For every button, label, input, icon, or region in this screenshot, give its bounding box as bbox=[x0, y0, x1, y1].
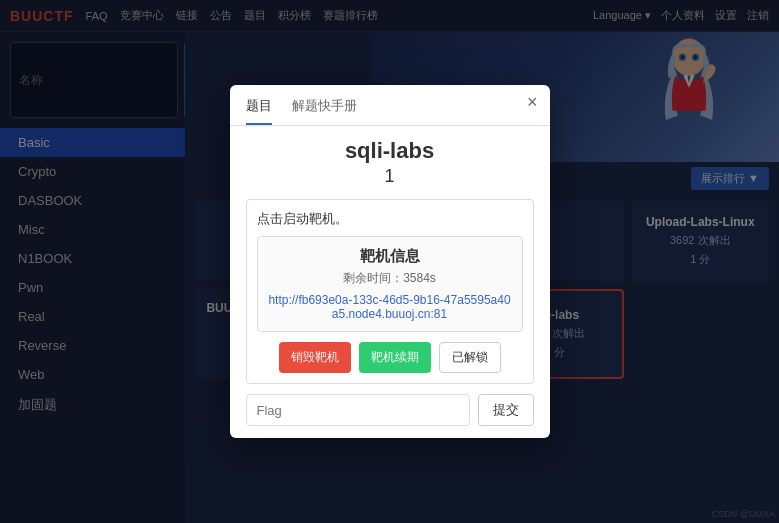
machine-info-box: 靶机信息 剩余时间：3584s http://fb693e0a-133c-46d… bbox=[257, 236, 523, 332]
modal: × 题目 解题快手册 sqli-labs 1 点击启动靶机。 靶机信息 剩余时间… bbox=[230, 85, 550, 438]
modal-tabs: 题目 解题快手册 bbox=[230, 85, 550, 126]
machine-buttons: 销毁靶机 靶机续期 已解锁 bbox=[257, 342, 523, 373]
extend-button[interactable]: 靶机续期 bbox=[359, 342, 431, 373]
modal-problem-subtitle: 1 bbox=[246, 166, 534, 187]
destroy-button[interactable]: 销毁靶机 bbox=[279, 342, 351, 373]
modal-tab-problem[interactable]: 题目 bbox=[246, 97, 272, 125]
machine-info-title: 靶机信息 bbox=[268, 247, 512, 266]
flag-input[interactable] bbox=[246, 394, 470, 426]
machine-timer: 剩余时间：3584s bbox=[268, 270, 512, 287]
submit-button[interactable]: 提交 bbox=[478, 394, 534, 426]
modal-section-text: 点击启动靶机。 bbox=[257, 210, 523, 228]
solved-button[interactable]: 已解锁 bbox=[439, 342, 501, 373]
modal-overlay[interactable]: × 题目 解题快手册 sqli-labs 1 点击启动靶机。 靶机信息 剩余时间… bbox=[0, 0, 779, 523]
machine-url[interactable]: http://fb693e0a-133c-46d5-9b16-47a5595a4… bbox=[268, 293, 512, 321]
modal-section: 点击启动靶机。 靶机信息 剩余时间：3584s http://fb693e0a-… bbox=[246, 199, 534, 384]
flag-row: 提交 bbox=[246, 394, 534, 426]
modal-tab-hints[interactable]: 解题快手册 bbox=[292, 97, 357, 125]
modal-close-button[interactable]: × bbox=[527, 93, 538, 111]
modal-body: sqli-labs 1 点击启动靶机。 靶机信息 剩余时间：3584s http… bbox=[230, 126, 550, 438]
modal-problem-title: sqli-labs bbox=[246, 138, 534, 164]
